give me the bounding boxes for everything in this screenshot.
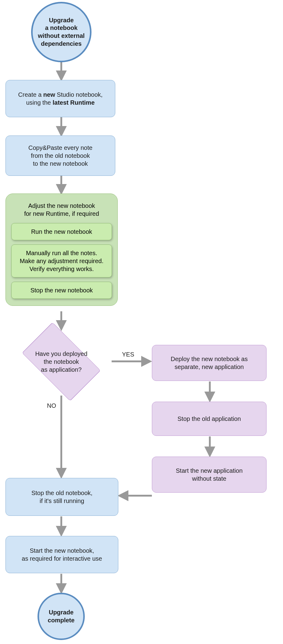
flowchart-canvas: Upgrade a notebook without external depe…	[0, 0, 283, 644]
decision-line2: the notebook	[44, 358, 79, 365]
copy-text: Copy&Paste every note from the old noteb…	[12, 144, 109, 168]
create-bold2: latest Runtime	[52, 99, 95, 106]
deploy-new-text: Deploy the new notebook as separate, new…	[158, 355, 260, 371]
adjust-sub-verify: Manually run all the notes. Make any adj…	[11, 244, 112, 277]
create-bold1: new	[43, 91, 55, 98]
end-text: Upgrade complete	[48, 609, 75, 624]
start-new-nb-text: Start the new notebook, as required for …	[12, 547, 112, 563]
stop-old-app-text: Stop the old application	[158, 415, 260, 423]
adjust-sub2-line1: Manually run all the notes.	[26, 250, 97, 256]
adjust-sub2-line2: Make any adjustment required.	[20, 258, 104, 264]
decision-node: Have you deployed the notebook as applic…	[11, 330, 112, 394]
decision-line1: Have you deployed	[35, 350, 87, 357]
adjust-title-line2: for new Runtime, if required	[24, 210, 99, 217]
create-notebook-node: Create a new Studio notebook, using the …	[5, 80, 115, 117]
start-line2: a notebook	[45, 24, 78, 31]
deploy-new-line2: separate, new application	[175, 364, 244, 370]
adjust-sub1-text: Run the new notebook	[31, 228, 92, 235]
start-line4: dependencies	[41, 40, 81, 47]
adjust-sub2-line3: Verify everything works.	[29, 266, 94, 272]
stop-old-notebook-node: Stop the old notebook, if it's still run…	[5, 478, 118, 516]
adjust-sub-stop: Stop the new notebook	[11, 282, 112, 299]
stop-old-nb-line1: Stop the old notebook,	[31, 490, 92, 496]
end-line2: complete	[48, 617, 75, 624]
adjust-sub3-text: Stop the new notebook	[30, 287, 93, 294]
start-new-app-line2: without state	[192, 475, 226, 482]
end-line1: Upgrade	[49, 609, 73, 616]
adjust-title-line1: Adjust the new notebook	[28, 202, 95, 209]
stop-old-nb-text: Stop the old notebook, if it's still run…	[12, 489, 112, 505]
deploy-new-line1: Deploy the new notebook as	[171, 356, 248, 362]
start-line3: without external	[38, 32, 84, 39]
end-node: Upgrade complete	[38, 593, 85, 640]
edge-label-yes: YES	[122, 351, 134, 358]
start-new-nb-line1: Start the new notebook,	[30, 547, 94, 554]
start-node: Upgrade a notebook without external depe…	[31, 2, 91, 62]
start-line1: Upgrade	[49, 17, 73, 24]
start-new-app-line1: Start the new application	[176, 467, 242, 474]
copy-line1: Copy&Paste every note	[28, 144, 92, 151]
copy-line2: from the old notebook	[31, 152, 90, 159]
create-text: Create a new Studio notebook, using the …	[12, 91, 109, 107]
stop-old-app-node: Stop the old application	[152, 402, 267, 436]
copy-paste-node: Copy&Paste every note from the old noteb…	[5, 136, 115, 176]
start-new-app-node: Start the new application without state	[152, 457, 267, 493]
start-new-nb-line2: as required for interactive use	[22, 555, 102, 562]
adjust-sub-run: Run the new notebook	[11, 223, 112, 240]
decision-line3: as application?	[41, 366, 81, 373]
start-new-app-text: Start the new application without state	[158, 467, 260, 483]
stop-old-nb-line2: if it's still running	[40, 497, 84, 504]
edge-label-no: NO	[47, 402, 56, 409]
create-pre: Create a	[18, 91, 43, 98]
adjust-title: Adjust the new notebook for new Runtime,…	[11, 200, 112, 219]
decision-text: Have you deployed the notebook as applic…	[26, 350, 96, 374]
start-text: Upgrade a notebook without external depe…	[38, 16, 84, 48]
stop-old-app-line: Stop the old application	[177, 415, 241, 422]
deploy-new-app-node: Deploy the new notebook as separate, new…	[152, 345, 267, 381]
copy-line3: to the new notebook	[33, 160, 88, 167]
adjust-group-node: Adjust the new notebook for new Runtime,…	[5, 194, 118, 306]
start-new-notebook-node: Start the new notebook, as required for …	[5, 536, 118, 573]
